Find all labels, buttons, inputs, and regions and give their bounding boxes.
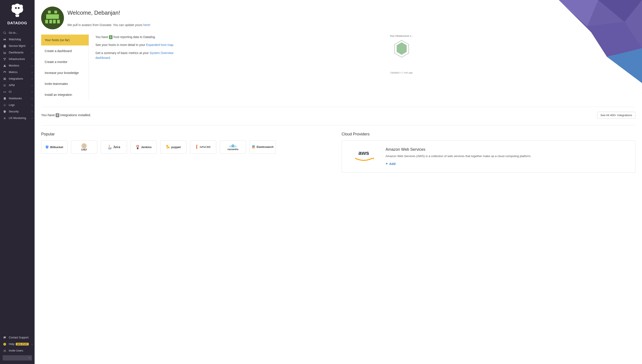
nav-item-notebooks[interactable]: Notebooks▸: [0, 95, 35, 102]
integration-tile-cassandra[interactable]: cassandra: [220, 140, 246, 154]
onboard-item-4[interactable]: Invite teammates: [41, 78, 89, 89]
datadog-logo-icon: [9, 2, 26, 20]
shield-icon: [3, 110, 7, 114]
nav-label: Watchdog: [9, 38, 21, 41]
chevron-right-icon: ▸: [32, 84, 33, 86]
onboard-item-5[interactable]: Install an integration: [41, 89, 89, 100]
nav-item-go-to-[interactable]: Go to...: [0, 30, 35, 36]
svg-rect-40: [252, 146, 255, 146]
cloud-description: Amazon Web Services (AWS) is a collectio…: [386, 154, 531, 158]
logo-area[interactable]: DATADOG: [0, 0, 35, 29]
cloud-title: Amazon Web Services: [386, 147, 531, 152]
welcome-header: Welcome, Debanjan! We pull in avatars fr…: [41, 6, 635, 29]
book-icon: [3, 96, 7, 100]
onboarding-section: Your hosts (so far)Create a dashboardCre…: [41, 34, 635, 100]
integrations-count-badge: 0: [56, 113, 59, 117]
cloud-column: Cloud Providers aws Amazon Web Services …: [342, 132, 636, 173]
svg-rect-41: [252, 146, 255, 148]
nav-label: Notebooks: [9, 97, 22, 100]
integration-tile-java[interactable]: Java: [101, 140, 127, 154]
nav-item-help[interactable]: ?HelpNEW STUFF▸: [0, 341, 35, 348]
svg-rect-22: [49, 20, 52, 24]
nav-item-logs[interactable]: Logs▸: [0, 102, 35, 108]
cloud-heading: Cloud Providers: [342, 132, 636, 136]
welcome-subtitle: We pull in avatars from Gravatar. You ca…: [68, 23, 150, 27]
nav-item-contact-support[interactable]: Contact Support: [0, 334, 35, 341]
nav-item-monitors[interactable]: Monitors▸: [0, 62, 35, 69]
search-icon: [3, 31, 7, 35]
onboard-item-2[interactable]: Create a monitor: [41, 56, 89, 68]
nav-item-watchdog[interactable]: Watchdog: [0, 36, 35, 43]
chevron-right-icon: ▸: [32, 97, 33, 100]
nav-item-service-mgmt[interactable]: Service Mgmt▸: [0, 43, 35, 49]
nav-label: Logs: [9, 104, 15, 106]
nav-item-metrics[interactable]: Metrics▸: [0, 69, 35, 76]
host-hexagon[interactable]: [393, 40, 410, 58]
infrastructure-viz: Your infrastructure 1... Updated < 1 min…: [174, 34, 629, 100]
nav-label: Contact Support: [9, 336, 29, 339]
see-all-integrations-button[interactable]: See All 400+ Integrations: [597, 112, 635, 118]
chevron-right-icon: ▸: [32, 58, 33, 60]
onboard-item-0[interactable]: Your hosts (so far): [41, 34, 89, 46]
nav-item-ux-monitoring[interactable]: UX Monitoring▸: [0, 115, 35, 122]
chevron-right-icon: ▸: [32, 117, 33, 119]
nav-item-dashboards[interactable]: Dashboards▸: [0, 49, 35, 56]
chevron-right-icon: ▸: [32, 52, 33, 54]
nav-item-ci[interactable]: CI▸: [0, 88, 35, 95]
svg-point-3: [3, 92, 4, 92]
alert-icon: [3, 64, 7, 68]
nav-label: Metrics: [9, 71, 18, 74]
add-integration-button[interactable]: + Add: [386, 162, 531, 166]
integration-tile-elasticsearch[interactable]: Elasticsearch: [250, 140, 276, 154]
integration-tile-puppet[interactable]: puppet: [160, 140, 187, 154]
integrations-columns: Popular BitbucketCHEFJavaJenkinspuppetAP…: [41, 132, 635, 173]
clipboard-icon: [3, 44, 7, 48]
expanded-host-map-link[interactable]: Expanded host map: [146, 43, 173, 46]
account-switcher[interactable]: ▸: [3, 355, 32, 360]
trace-icon: [3, 83, 7, 87]
integration-tile-chef[interactable]: CHEF: [71, 140, 97, 154]
host-count-badge: 1: [109, 35, 113, 39]
svg-rect-34: [137, 148, 139, 149]
svg-rect-19: [54, 11, 57, 13]
svg-point-4: [5, 92, 6, 92]
integrations-summary-row: You have 0 integrations installed. See A…: [41, 112, 635, 118]
nav-label: CI: [9, 90, 12, 94]
new-stuff-badge: NEW STUFF: [16, 343, 29, 346]
chevron-right-icon: ▸: [32, 78, 33, 80]
nav-label: APM: [9, 84, 15, 87]
nav-label: Infrastructure: [9, 58, 25, 60]
nav-label: Integrations: [9, 77, 23, 80]
welcome-title: Welcome, Debanjan!: [68, 10, 150, 16]
onboard-item-1[interactable]: Create a dashboard: [41, 46, 89, 56]
svg-rect-27: [47, 146, 48, 147]
integration-tile-jenkins[interactable]: Jenkins: [131, 140, 157, 154]
svg-text:aws: aws: [358, 150, 369, 156]
onboard-item-3[interactable]: Increase your knowledge: [41, 68, 89, 78]
nav-label: Dashboards: [9, 51, 24, 54]
svg-point-5: [4, 104, 5, 106]
onboarding-text: You have 1 host reporting data to Datado…: [96, 34, 174, 100]
svg-point-33: [137, 146, 139, 147]
gravatar-link[interactable]: here: [143, 23, 150, 27]
nav-item-security[interactable]: Security▸: [0, 108, 35, 115]
nav-item-apm[interactable]: APM▸: [0, 82, 35, 88]
integration-tile-apache[interactable]: APACHE: [190, 140, 216, 154]
pipeline-icon: [3, 90, 7, 94]
updated-text: Updated < 1 min ago: [390, 71, 413, 74]
nav-item-infrastructure[interactable]: Infrastructure▸: [0, 56, 35, 62]
nav-main: Go to...WatchdogService Mgmt▸Dashboards▸…: [0, 29, 35, 334]
cloud-info: Amazon Web Services Amazon Web Services …: [386, 147, 531, 166]
avatar: [41, 6, 64, 29]
nav-item-integrations[interactable]: Integrations▸: [0, 76, 35, 82]
help-icon: ?: [3, 342, 7, 346]
binoculars-icon: [3, 38, 7, 41]
integration-tile-bitbucket[interactable]: Bitbucket: [41, 140, 68, 154]
svg-point-29: [83, 145, 85, 147]
chevron-right-icon: ▸: [32, 45, 33, 47]
nav-item-invite-users[interactable]: Invite Users: [0, 348, 35, 354]
gauge-icon: [3, 70, 7, 74]
puzzle-icon: [3, 77, 7, 81]
svg-point-9: [4, 350, 5, 351]
svg-point-2: [4, 60, 5, 60]
